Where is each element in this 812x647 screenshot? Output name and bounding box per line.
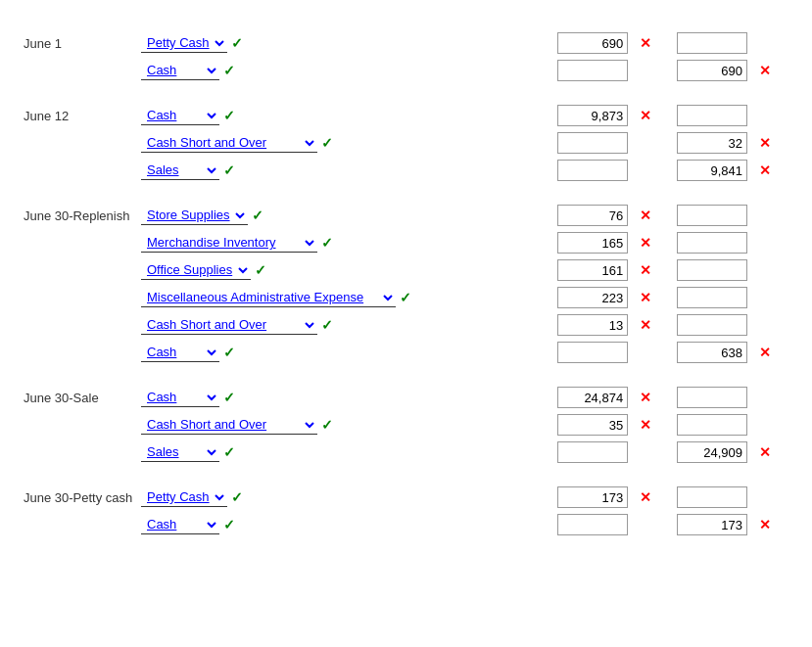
account-cell[interactable]: Miscellaneous Administrative Expense✓: [137, 284, 553, 311]
debit-input[interactable]: [557, 486, 628, 508]
debit-input[interactable]: [557, 342, 628, 363]
debit-x-cell[interactable]: [632, 57, 673, 84]
debit-input[interactable]: [557, 132, 628, 154]
credit-input[interactable]: [677, 387, 747, 408]
account-cell[interactable]: Cash✓: [137, 57, 553, 84]
debit-x-cell[interactable]: ✕: [632, 102, 673, 129]
account-cell[interactable]: Merchandise Inventory✓: [137, 229, 553, 256]
account-cell[interactable]: Cash Short and Over✓: [137, 129, 553, 157]
credit-x-cell[interactable]: ✕: [751, 129, 792, 157]
clear-debit-icon[interactable]: ✕: [636, 290, 655, 305]
account-select[interactable]: Cash: [141, 343, 219, 362]
credit-x-cell[interactable]: ✕: [751, 511, 792, 538]
debit-x-cell[interactable]: ✕: [632, 484, 673, 511]
debit-x-cell[interactable]: ✕: [632, 229, 673, 256]
account-select[interactable]: Office Supplies: [141, 260, 251, 280]
account-select[interactable]: Cash: [141, 61, 219, 80]
clear-debit-icon[interactable]: ✕: [636, 108, 655, 123]
credit-input[interactable]: [677, 259, 747, 281]
account-select[interactable]: Sales: [141, 442, 219, 462]
clear-debit-icon[interactable]: ✕: [636, 35, 655, 51]
credit-x-cell[interactable]: [751, 484, 792, 511]
account-cell[interactable]: Cash✓: [137, 384, 553, 411]
credit-x-cell[interactable]: [751, 102, 792, 129]
clear-credit-icon[interactable]: ✕: [755, 444, 775, 460]
account-cell[interactable]: Cash✓: [137, 102, 553, 129]
credit-x-cell[interactable]: ✕: [751, 439, 792, 466]
clear-debit-icon[interactable]: ✕: [636, 235, 655, 251]
account-cell[interactable]: Sales✓: [137, 439, 553, 466]
debit-input[interactable]: [557, 105, 628, 126]
debit-input[interactable]: [557, 205, 628, 226]
credit-input[interactable]: [677, 160, 747, 181]
clear-debit-icon[interactable]: ✕: [636, 317, 655, 333]
credit-input[interactable]: [677, 342, 747, 363]
debit-input[interactable]: [557, 232, 628, 254]
account-cell[interactable]: Cash✓: [137, 511, 553, 538]
debit-input[interactable]: [557, 441, 628, 463]
credit-input[interactable]: [677, 441, 747, 463]
clear-credit-icon[interactable]: ✕: [755, 517, 775, 532]
credit-x-cell[interactable]: ✕: [751, 157, 792, 184]
credit-input[interactable]: [677, 232, 747, 254]
credit-x-cell[interactable]: [751, 29, 792, 57]
credit-x-cell[interactable]: ✕: [751, 339, 792, 366]
credit-x-cell[interactable]: [751, 229, 792, 256]
credit-x-cell[interactable]: [751, 384, 792, 411]
clear-credit-icon[interactable]: ✕: [755, 162, 775, 178]
account-select[interactable]: Cash Short and Over: [141, 133, 317, 153]
credit-x-cell[interactable]: [751, 284, 792, 311]
credit-input[interactable]: [677, 132, 747, 154]
account-select[interactable]: Petty Cash: [141, 487, 227, 507]
account-select[interactable]: Cash: [141, 515, 219, 534]
credit-input[interactable]: [677, 486, 747, 508]
account-select[interactable]: Sales: [141, 161, 219, 180]
credit-input[interactable]: [677, 60, 747, 81]
credit-input[interactable]: [677, 32, 747, 54]
debit-input[interactable]: [557, 414, 628, 436]
account-cell[interactable]: Petty Cash✓: [137, 484, 553, 511]
debit-input[interactable]: [557, 32, 628, 54]
account-cell[interactable]: Cash Short and Over✓: [137, 311, 553, 339]
account-select[interactable]: Miscellaneous Administrative Expense: [141, 288, 396, 307]
credit-input[interactable]: [677, 414, 747, 436]
debit-x-cell[interactable]: [632, 439, 673, 466]
credit-input[interactable]: [677, 314, 747, 336]
account-select[interactable]: Cash Short and Over: [141, 415, 317, 435]
debit-x-cell[interactable]: ✕: [632, 284, 673, 311]
credit-x-cell[interactable]: [751, 311, 792, 339]
debit-x-cell[interactable]: ✕: [632, 29, 673, 57]
debit-input[interactable]: [557, 259, 628, 281]
clear-debit-icon[interactable]: ✕: [636, 262, 655, 278]
credit-input[interactable]: [677, 514, 747, 535]
account-cell[interactable]: Store Supplies✓: [137, 202, 553, 229]
debit-input[interactable]: [557, 387, 628, 408]
account-select[interactable]: Store Supplies: [141, 206, 248, 225]
debit-x-cell[interactable]: [632, 511, 673, 538]
account-cell[interactable]: Petty Cash✓: [137, 29, 553, 57]
account-select[interactable]: Cash: [141, 106, 219, 125]
debit-input[interactable]: [557, 287, 628, 308]
debit-x-cell[interactable]: ✕: [632, 384, 673, 411]
debit-x-cell[interactable]: [632, 157, 673, 184]
clear-credit-icon[interactable]: ✕: [755, 63, 775, 78]
account-cell[interactable]: Cash Short and Over✓: [137, 411, 553, 439]
clear-credit-icon[interactable]: ✕: [755, 135, 775, 151]
account-select[interactable]: Cash: [141, 388, 219, 407]
credit-x-cell[interactable]: [751, 411, 792, 439]
credit-x-cell[interactable]: [751, 202, 792, 229]
account-cell[interactable]: Office Supplies✓: [137, 256, 553, 284]
clear-credit-icon[interactable]: ✕: [755, 345, 775, 360]
credit-input[interactable]: [677, 205, 747, 226]
debit-input[interactable]: [557, 514, 628, 535]
debit-x-cell[interactable]: [632, 129, 673, 157]
clear-debit-icon[interactable]: ✕: [636, 390, 655, 405]
clear-debit-icon[interactable]: ✕: [636, 208, 655, 223]
debit-x-cell[interactable]: ✕: [632, 311, 673, 339]
account-select[interactable]: Petty Cash: [141, 33, 227, 53]
account-cell[interactable]: Sales✓: [137, 157, 553, 184]
clear-debit-icon[interactable]: ✕: [636, 417, 655, 433]
debit-x-cell[interactable]: ✕: [632, 256, 673, 284]
debit-input[interactable]: [557, 60, 628, 81]
account-select[interactable]: Merchandise Inventory: [141, 233, 317, 253]
